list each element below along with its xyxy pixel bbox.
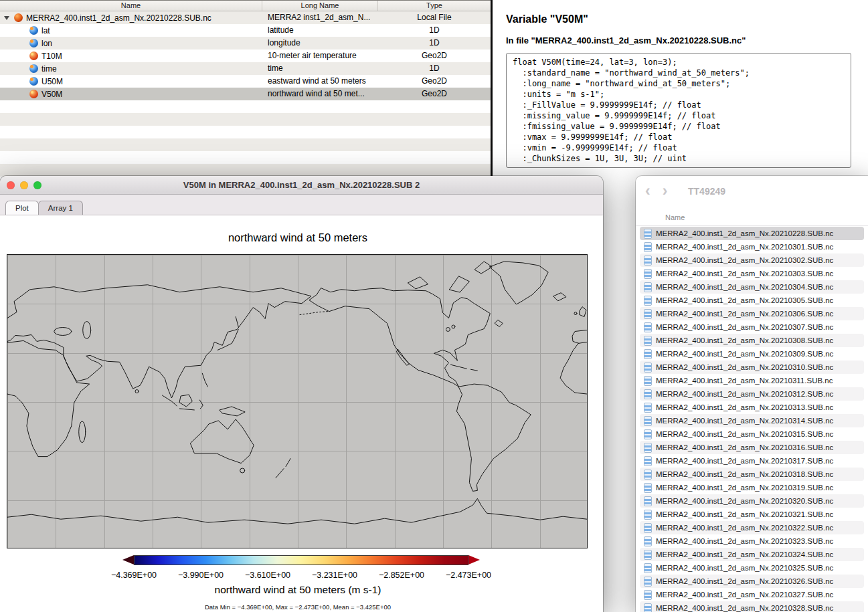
file-row[interactable]: MERRA2_400.inst1_2d_asm_Nx.20210308.SUB.… (640, 334, 864, 347)
file-row[interactable]: MERRA2_400.inst1_2d_asm_Nx.20210316.SUB.… (640, 441, 864, 454)
file-row[interactable]: MERRA2_400.inst1_2d_asm_Nx.20210320.SUB.… (640, 494, 864, 508)
file-name-label: MERRA2_400.inst1_2d_asm_Nx.20210315.SUB.… (656, 430, 833, 438)
file-row[interactable]: MERRA2_400.inst1_2d_asm_Nx.20210310.SUB.… (640, 361, 864, 374)
tab-array-1[interactable]: Array 1 (38, 201, 83, 215)
minimize-button[interactable] (20, 181, 28, 189)
catalog-row[interactable]: timetime1D (0, 62, 491, 75)
netcdf-file-icon (644, 349, 652, 359)
file-browser-window: ‹ › TT49249 Name MERRA2_400.inst1_2d_asm… (636, 176, 868, 612)
file-row[interactable]: MERRA2_400.inst1_2d_asm_Nx.20210324.SUB.… (640, 548, 864, 561)
file-row[interactable]: MERRA2_400.inst1_2d_asm_Nx.20210303.SUB.… (640, 267, 864, 280)
file-row[interactable]: MERRA2_400.inst1_2d_asm_Nx.20210302.SUB.… (640, 253, 864, 267)
code-line: :fmissing_value = 9.9999999E14f; // floa… (513, 121, 845, 132)
file-row[interactable]: MERRA2_400.inst1_2d_asm_Nx.20210307.SUB.… (640, 320, 864, 334)
file-row[interactable]: MERRA2_400.inst1_2d_asm_Nx.20210327.SUB.… (640, 588, 864, 601)
nav-buttons: ‹ › (645, 181, 667, 200)
file-list-column-header[interactable]: Name (665, 213, 685, 221)
close-button[interactable] (7, 181, 15, 189)
file-name-label: MERRA2_400.inst1_2d_asm_Nx.20210309.SUB.… (656, 350, 833, 358)
netcdf-file-icon (644, 523, 652, 533)
colorbar-tick-label: −4.369E+00 (111, 571, 157, 580)
file-row[interactable]: MERRA2_400.inst1_2d_asm_Nx.20210311.SUB.… (640, 374, 864, 387)
netcdf-file-icon (644, 389, 652, 399)
plot-titlebar[interactable]: V50M in MERRA2_400.inst1_2d_asm_Nx.20210… (0, 176, 603, 195)
variable-title: Variable "V50M" (506, 13, 868, 25)
catalog-cell-type: Geo2D (378, 75, 491, 88)
catalog-item-label: V50M (41, 90, 62, 99)
file-row[interactable]: MERRA2_400.inst1_2d_asm_Nx.20210306.SUB.… (640, 307, 864, 320)
file-name-label: MERRA2_400.inst1_2d_asm_Nx.20210306.SUB.… (656, 310, 833, 318)
column-header-long-name[interactable]: Long Name (262, 1, 378, 11)
file-row[interactable]: MERRA2_400.inst1_2d_asm_Nx.20210328.SUB.… (640, 601, 864, 612)
catalog-row[interactable]: MERRA2_400.inst1_2d_asm_Nx.20210228.SUB.… (0, 11, 491, 24)
netcdf-file-icon (644, 443, 652, 453)
catalog-cell-longname: MERRA2 inst1_2d_asm_N... (268, 11, 370, 24)
plot-content: northward wind at 50 meters (0, 215, 603, 612)
netcdf-file-icon (644, 536, 652, 546)
column-header-type[interactable]: Type (378, 1, 491, 11)
colorbar-under-arrow-icon (122, 555, 134, 565)
file-row[interactable]: MERRA2_400.inst1_2d_asm_Nx.20210315.SUB.… (640, 427, 864, 441)
file-row[interactable]: MERRA2_400.inst1_2d_asm_Nx.20210304.SUB.… (640, 280, 864, 294)
plot-window-title: V50M in MERRA2_400.inst1_2d_asm_Nx.20210… (0, 176, 603, 194)
catalog-row[interactable]: T10M10-meter air temperatureGeo2D (0, 49, 491, 62)
disclosure-triangle-icon[interactable] (4, 16, 9, 20)
netcdf-file-icon (644, 577, 652, 587)
catalog-row[interactable]: U50Meastward wind at 50 metersGeo2D (0, 75, 491, 88)
catalog-row[interactable]: V50Mnorthward wind at 50 met...Geo2D (0, 88, 491, 100)
file-name-label: MERRA2_400.inst1_2d_asm_Nx.20210321.SUB.… (656, 510, 833, 518)
tab-plot[interactable]: Plot (5, 201, 39, 215)
file-row[interactable]: MERRA2_400.inst1_2d_asm_Nx.20210321.SUB.… (640, 508, 864, 521)
file-row[interactable]: MERRA2_400.inst1_2d_asm_Nx.20210319.SUB.… (640, 481, 864, 494)
catalog-row[interactable]: lonlongitude1D (0, 37, 491, 49)
back-button[interactable]: ‹ (645, 181, 650, 200)
forward-button[interactable]: › (663, 181, 668, 200)
file-row[interactable]: MERRA2_400.inst1_2d_asm_Nx.20210322.SUB.… (640, 521, 864, 534)
file-row[interactable]: MERRA2_400.inst1_2d_asm_Nx.20210318.SUB.… (640, 468, 864, 481)
netcdf-file-icon (644, 269, 652, 279)
file-row[interactable]: MERRA2_400.inst1_2d_asm_Nx.20210314.SUB.… (640, 414, 864, 427)
file-name-label: MERRA2_400.inst1_2d_asm_Nx.20210305.SUB.… (656, 296, 833, 304)
plot-title: northward wind at 50 meters (0, 231, 596, 244)
file-name-label: MERRA2_400.inst1_2d_asm_Nx.20210316.SUB.… (656, 443, 833, 451)
red-globe-icon (29, 90, 38, 98)
file-row[interactable]: MERRA2_400.inst1_2d_asm_Nx.20210309.SUB.… (640, 347, 864, 361)
catalog-empty-row (0, 100, 491, 113)
file-row[interactable]: MERRA2_400.inst1_2d_asm_Nx.20210323.SUB.… (640, 534, 864, 548)
file-row[interactable]: MERRA2_400.inst1_2d_asm_Nx.20210317.SUB.… (640, 454, 864, 468)
file-name-label: MERRA2_400.inst1_2d_asm_Nx.20210312.SUB.… (656, 390, 833, 398)
file-row[interactable]: MERRA2_400.inst1_2d_asm_Nx.20210326.SUB.… (640, 575, 864, 588)
colorbar-bar (134, 555, 468, 565)
file-row[interactable]: MERRA2_400.inst1_2d_asm_Nx.20210301.SUB.… (640, 240, 864, 253)
catalog-cell-type: Geo2D (378, 49, 491, 62)
code-line: float V50M(time=24, lat=3, lon=3); (513, 57, 845, 68)
file-name-label: MERRA2_400.inst1_2d_asm_Nx.20210322.SUB.… (656, 524, 833, 532)
file-row[interactable]: MERRA2_400.inst1_2d_asm_Nx.20210312.SUB.… (640, 387, 864, 401)
catalog-item-label: time (41, 64, 57, 74)
blue-globe-icon (29, 26, 38, 35)
file-row[interactable]: MERRA2_400.inst1_2d_asm_Nx.20210228.SUB.… (640, 227, 864, 240)
file-row[interactable]: MERRA2_400.inst1_2d_asm_Nx.20210313.SUB.… (640, 401, 864, 414)
colorbar-tick-label: −2.473E+00 (446, 571, 491, 580)
colorbar-tick-label: −3.610E+00 (245, 571, 290, 580)
column-header-name[interactable]: Name (0, 1, 262, 11)
netcdf-file-icon (644, 336, 652, 346)
netcdf-file-icon (644, 403, 652, 413)
file-name-label: MERRA2_400.inst1_2d_asm_Nx.20210308.SUB.… (656, 336, 833, 344)
catalog-row[interactable]: latlatitude1D (0, 24, 491, 37)
blue-globe-icon (29, 39, 38, 47)
colorbar-tick-label: −2.852E+00 (379, 571, 424, 580)
file-browser-toolbar[interactable]: ‹ › TT49249 (636, 176, 868, 208)
zoom-button[interactable] (33, 181, 41, 189)
netcdf-file-icon (644, 603, 652, 612)
file-name-label: MERRA2_400.inst1_2d_asm_Nx.20210311.SUB.… (656, 377, 833, 385)
file-name-label: MERRA2_400.inst1_2d_asm_Nx.20210314.SUB.… (656, 417, 833, 425)
map-plot (7, 254, 588, 548)
netcdf-file-icon (644, 229, 652, 239)
file-row[interactable]: MERRA2_400.inst1_2d_asm_Nx.20210305.SUB.… (640, 294, 864, 307)
variable-file-subtitle: In file "MERRA2_400.inst1_2d_asm_Nx.2021… (506, 35, 868, 45)
file-row[interactable]: MERRA2_400.inst1_2d_asm_Nx.20210325.SUB.… (640, 561, 864, 575)
netcdf-file-icon (644, 256, 652, 266)
code-line: :units = "m s-1"; (513, 89, 845, 100)
code-line: :missing_value = 9.9999999E14f; // float (513, 110, 845, 121)
